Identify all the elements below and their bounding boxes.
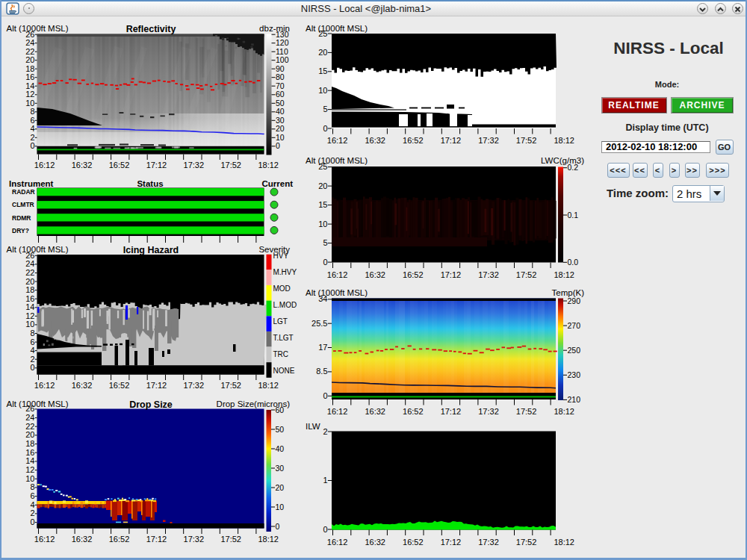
svg-text:0.1: 0.1 [568, 211, 579, 220]
svg-text:17:32: 17:32 [478, 136, 499, 145]
svg-text:Alt (1000ft MSL): Alt (1000ft MSL) [7, 245, 69, 254]
svg-text:0: 0 [323, 391, 327, 400]
svg-text:16:32: 16:32 [365, 136, 385, 145]
svg-text:LGT: LGT [273, 317, 288, 326]
svg-text:0: 0 [323, 124, 327, 133]
svg-text:20: 20 [318, 48, 327, 57]
svg-text:26: 26 [25, 404, 34, 413]
svg-text:18:12: 18:12 [554, 538, 574, 547]
svg-text:RDMR: RDMR [12, 214, 31, 222]
svg-text:Instrument: Instrument [9, 179, 54, 188]
svg-text:14: 14 [25, 456, 34, 465]
svg-text:100: 100 [276, 55, 289, 64]
svg-text:18:12: 18:12 [554, 136, 574, 145]
svg-text:TRC: TRC [273, 350, 289, 358]
svg-text:16:52: 16:52 [403, 270, 424, 279]
svg-text:10: 10 [25, 474, 34, 483]
svg-text:20: 20 [25, 55, 34, 64]
svg-text:17:32: 17:32 [184, 381, 205, 390]
svg-text:12: 12 [25, 465, 34, 474]
svg-text:50: 50 [276, 425, 285, 434]
svg-text:0.0: 0.0 [568, 258, 579, 267]
svg-text:120: 120 [276, 38, 289, 47]
svg-text:70: 70 [276, 81, 285, 90]
svg-text:16:12: 16:12 [327, 407, 348, 416]
svg-text:25: 25 [318, 29, 327, 38]
svg-text:50: 50 [276, 99, 285, 108]
svg-text:1: 1 [323, 476, 327, 485]
svg-text:0: 0 [30, 141, 34, 150]
svg-text:Alt (1000ft MSL): Alt (1000ft MSL) [306, 24, 368, 33]
svg-text:ILW: ILW [306, 422, 320, 431]
svg-text:L.MOD: L.MOD [273, 301, 297, 309]
svg-text:18:12: 18:12 [554, 407, 574, 416]
svg-text:17:32: 17:32 [184, 161, 205, 169]
svg-text:MOD: MOD [273, 284, 291, 293]
svg-text:16:32: 16:32 [365, 407, 385, 416]
svg-text:Reflectivity: Reflectivity [126, 24, 176, 34]
svg-text:17:32: 17:32 [478, 270, 499, 279]
svg-text:16:52: 16:52 [109, 161, 130, 169]
svg-text:17:12: 17:12 [146, 535, 167, 544]
svg-text:16:12: 16:12 [327, 136, 348, 145]
svg-text:0: 0 [323, 258, 327, 267]
svg-text:17:52: 17:52 [220, 381, 241, 390]
svg-text:16:52: 16:52 [109, 535, 130, 544]
svg-text:DRY?: DRY? [12, 227, 29, 234]
svg-text:Status: Status [137, 179, 163, 188]
svg-text:0: 0 [276, 141, 280, 150]
svg-text:16:32: 16:32 [365, 538, 385, 547]
svg-text:2: 2 [30, 355, 34, 364]
svg-text:17:52: 17:52 [516, 407, 537, 416]
svg-text:30: 30 [276, 116, 285, 125]
svg-text:14: 14 [25, 81, 34, 90]
svg-text:18:12: 18:12 [258, 535, 279, 544]
svg-text:22: 22 [25, 268, 34, 277]
svg-text:22: 22 [25, 47, 34, 56]
svg-text:110: 110 [276, 47, 288, 56]
svg-text:26: 26 [25, 251, 34, 260]
svg-text:17:52: 17:52 [516, 538, 537, 547]
svg-text:24: 24 [25, 38, 34, 47]
svg-text:4: 4 [30, 346, 34, 355]
svg-text:18:12: 18:12 [554, 270, 574, 279]
svg-text:8: 8 [30, 329, 34, 337]
svg-text:270: 270 [568, 321, 581, 330]
svg-text:16: 16 [25, 448, 34, 457]
svg-text:16:12: 16:12 [327, 270, 348, 279]
svg-text:HVY: HVY [273, 252, 289, 260]
svg-text:Alt (1000ft MSL): Alt (1000ft MSL) [306, 288, 368, 297]
svg-text:18: 18 [25, 439, 34, 448]
svg-text:12: 12 [25, 311, 34, 320]
svg-text:18: 18 [25, 64, 34, 73]
svg-text:16:32: 16:32 [72, 161, 93, 169]
svg-text:0: 0 [323, 525, 327, 534]
svg-text:16:12: 16:12 [327, 538, 348, 547]
svg-text:5: 5 [323, 105, 327, 113]
svg-text:8: 8 [30, 107, 34, 116]
svg-text:10: 10 [276, 503, 285, 511]
svg-text:6: 6 [30, 116, 34, 125]
svg-text:10: 10 [25, 99, 34, 108]
svg-text:10: 10 [276, 133, 285, 142]
svg-text:16:12: 16:12 [34, 535, 55, 544]
svg-text:20: 20 [276, 483, 285, 492]
svg-text:0: 0 [276, 522, 280, 531]
svg-text:17: 17 [318, 343, 327, 352]
svg-text:16:52: 16:52 [109, 381, 130, 390]
svg-text:Drop Size: Drop Size [129, 399, 173, 410]
svg-text:8.5: 8.5 [316, 367, 327, 376]
svg-text:230: 230 [568, 370, 581, 379]
svg-text:16:32: 16:32 [72, 535, 93, 544]
svg-text:17:32: 17:32 [184, 535, 205, 544]
svg-text:0.2: 0.2 [568, 163, 579, 172]
svg-text:18: 18 [25, 285, 34, 294]
svg-text:15: 15 [318, 66, 327, 75]
svg-text:16:52: 16:52 [403, 538, 424, 547]
svg-text:CLMTR: CLMTR [12, 201, 34, 208]
svg-text:15: 15 [318, 200, 327, 209]
svg-text:17:32: 17:32 [478, 538, 499, 547]
svg-text:16: 16 [25, 72, 34, 81]
svg-text:M.HVY: M.HVY [273, 268, 297, 276]
svg-text:Alt (1000ft MSL): Alt (1000ft MSL) [7, 24, 69, 33]
